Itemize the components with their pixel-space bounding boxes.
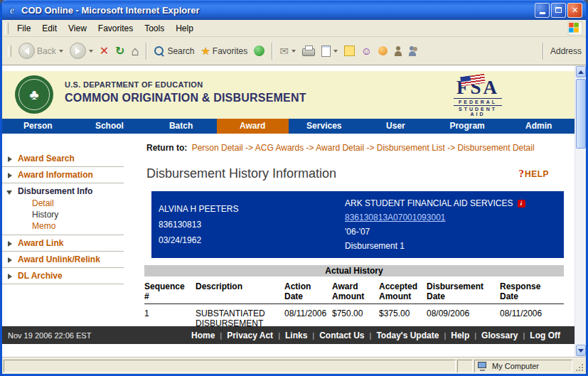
footer-separator: | [220, 331, 222, 340]
cell-award-amount: $750.00 [332, 308, 379, 328]
scroll-up-button[interactable] [576, 66, 586, 77]
menu-edit[interactable]: Edit [36, 21, 63, 36]
breadcrumb-link-acg-awards[interactable]: ACG Awards [255, 143, 304, 153]
breadcrumb: Return to: Person Detail -> ACG Awards -… [146, 142, 562, 154]
mail-icon: ✉ [279, 45, 289, 57]
menu-tools[interactable]: Tools [139, 21, 170, 36]
footer-separator: | [474, 331, 476, 340]
cell-sequence: 1 [144, 308, 196, 328]
menu-help[interactable]: Help [170, 21, 199, 36]
maximize-button[interactable] [551, 3, 566, 18]
banner-agency: U.S. DEPARTMENT OF EDUCATION [65, 80, 306, 89]
favorites-button[interactable]: ★ Favorites [198, 44, 250, 58]
footer-link-todays-update[interactable]: Today's Update [376, 331, 439, 340]
menu-view[interactable]: View [63, 21, 92, 36]
sidebar-item-dl-archive[interactable]: DL Archive [2, 268, 124, 284]
favorites-label: Favorites [213, 46, 247, 56]
primary-nav: Person School Batch Award Services User … [2, 119, 574, 134]
sidebar-item-award-information[interactable]: Award Information [2, 167, 124, 183]
resize-grip[interactable] [574, 360, 584, 372]
nav-tab-person[interactable]: Person [2, 119, 74, 134]
status-zone-label: My Computer [492, 362, 539, 370]
breadcrumb-link-disbursement-list[interactable]: Disbursement List [377, 143, 445, 153]
footer-link-help[interactable]: Help [451, 331, 469, 340]
nav-tab-batch[interactable]: Batch [145, 119, 217, 134]
nav-tab-services[interactable]: Services [289, 119, 360, 134]
back-button[interactable]: Back [16, 41, 65, 60]
footer-link-home[interactable]: Home [191, 331, 215, 340]
nav-tab-admin[interactable]: Admin [503, 119, 574, 134]
edit-button[interactable] [319, 44, 340, 58]
menu-grip[interactable] [5, 23, 9, 34]
info-icon[interactable]: i [518, 200, 525, 208]
footer-link-log-off[interactable]: Log Off [530, 331, 560, 340]
footer-link-links[interactable]: Links [285, 331, 307, 340]
messenger-icon: ☺ [361, 45, 372, 57]
collapsed-arrow-icon [8, 173, 12, 178]
minimize-button[interactable] [535, 3, 550, 18]
ed-seal-logo: ♣ [15, 75, 53, 114]
media-icon [254, 45, 264, 56]
menu-file[interactable]: File [11, 21, 36, 36]
footer-link-glossary[interactable]: Glossary [481, 331, 518, 340]
status-spacer-pane [457, 360, 473, 372]
title-bar[interactable]: e COD Online - Microsoft Internet Explor… [2, 0, 586, 20]
school-name: ARK STUDENT FINANCIAL AID SERVICES [345, 196, 513, 210]
forward-icon [70, 43, 86, 59]
sidebar-item-award-unlink-relink[interactable]: Award Unlink/Relink [2, 252, 124, 268]
sidebar-item-award-link[interactable]: Award Link [2, 235, 124, 252]
award-id-link[interactable]: 836130813A07001093001 [345, 213, 445, 222]
forward-button[interactable] [68, 41, 95, 60]
vertical-scrollbar[interactable] [574, 65, 586, 357]
collapsed-arrow-icon [8, 156, 12, 162]
sidebar-item-label: Award Unlink/Relink [18, 254, 100, 264]
help-link[interactable]: ? HELP [518, 168, 549, 180]
nav-tab-school[interactable]: School [74, 119, 146, 134]
notes-button[interactable] [342, 44, 357, 58]
scroll-down-button[interactable] [576, 345, 586, 356]
close-button[interactable]: ✕ [567, 3, 582, 18]
footer-link-contact-us[interactable]: Contact Us [319, 331, 364, 340]
browser-window: e COD Online - Microsoft Internet Explor… [0, 0, 588, 376]
footer-link-privacy-act[interactable]: Privacy Act [227, 331, 273, 340]
print-button[interactable] [300, 44, 317, 58]
nav-tab-program[interactable]: Program [432, 119, 503, 134]
sidebar-item-award-search[interactable]: Award Search [2, 151, 124, 167]
breadcrumb-link-disbursement-detail[interactable]: Disbursement Detail [458, 143, 535, 153]
student-name: ALVINA H PEETERS [159, 201, 345, 217]
messenger-button[interactable]: ☺ [359, 44, 374, 58]
window-title: COD Online - Microsoft Internet Explorer [21, 5, 535, 16]
home-button[interactable]: ⌂ [129, 44, 141, 58]
contacts-button[interactable] [407, 45, 419, 58]
media-button[interactable] [252, 44, 267, 58]
person-icon [394, 46, 402, 56]
disbursement-number: Disbursement 1 [345, 239, 557, 253]
nav-tab-user[interactable]: User [360, 119, 432, 134]
breadcrumb-link-person-detail[interactable]: Person Detail [192, 143, 243, 153]
help-question-icon: ? [518, 168, 524, 180]
breadcrumb-link-award-detail[interactable]: Award Detail [316, 143, 364, 153]
toolbar-grip[interactable] [8, 45, 11, 57]
nav-tab-award[interactable]: Award [217, 119, 289, 134]
icq-button[interactable] [376, 45, 390, 57]
mail-button[interactable]: ✉ [277, 44, 298, 58]
sidebar-item-disbursement-info[interactable]: Disbursement Info Detail History Memo [2, 183, 124, 235]
col-header-response-date: Response Date [500, 281, 564, 301]
menu-favorites[interactable]: Favorites [92, 21, 139, 36]
my-computer-icon [478, 362, 488, 371]
refresh-button[interactable]: ↻ [113, 44, 127, 58]
expanded-arrow-icon [6, 190, 12, 195]
profile-button[interactable] [392, 45, 405, 58]
icq-icon [378, 46, 387, 55]
stop-button[interactable]: ✕ [97, 44, 111, 58]
search-label: Search [167, 46, 194, 56]
sidebar-item-label: Award Link [18, 238, 63, 248]
search-button[interactable]: Search [151, 44, 196, 58]
breadcrumb-separator: -> [306, 143, 314, 153]
sidebar-subitem-memo[interactable]: Memo [18, 220, 124, 232]
cell-action-date: 08/11/2006 [284, 308, 332, 328]
sidebar-subitem-detail[interactable]: Detail [18, 198, 124, 209]
menu-bar: File Edit View Favorites Tools Help [2, 20, 586, 37]
footer-separator: | [523, 331, 525, 340]
scrollbar-thumb[interactable] [576, 79, 586, 149]
